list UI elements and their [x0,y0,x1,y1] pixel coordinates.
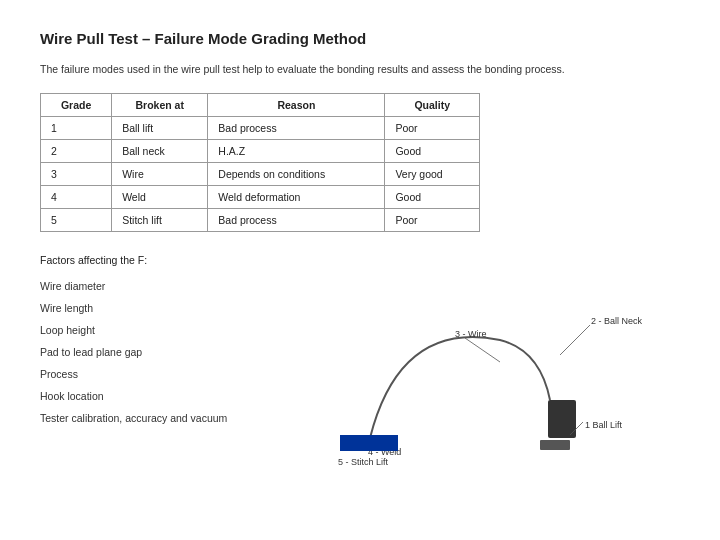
svg-text:1  Ball Lift: 1 Ball Lift [585,420,623,430]
table-cell-2-2: Depends on conditions [208,163,385,186]
factor-item-3: Pad to lead plane gap [40,346,240,358]
table-row: 5Stitch liftBad processPoor [41,209,480,232]
table-cell-0-3: Poor [385,117,480,140]
table-cell-4-0: 5 [41,209,112,232]
factor-item-5: Hook location [40,390,240,402]
content-area: Wire diameterWire lengthLoop heightPad t… [40,280,680,500]
table-cell-0-0: 1 [41,117,112,140]
factors-title: Factors affecting the F: [40,254,680,266]
intro-text: The failure modes used in the wire pull … [40,63,680,75]
svg-text:3 - Wire: 3 - Wire [455,329,487,339]
table-row: 3WireDepends on conditionsVery good [41,163,480,186]
table-cell-0-2: Bad process [208,117,385,140]
table-cell-3-2: Weld deformation [208,186,385,209]
table-cell-2-3: Very good [385,163,480,186]
page-title: Wire Pull Test – Failure Mode Grading Me… [40,30,680,47]
table-cell-1-2: H.A.Z [208,140,385,163]
table-cell-4-1: Stitch lift [112,209,208,232]
table-cell-2-0: 3 [41,163,112,186]
table-cell-1-0: 2 [41,140,112,163]
wire-diagram: 2 - Ball Neck 3 - Wire 4 - Weld 1 Ball L… [260,280,680,500]
table-cell-1-1: Ball neck [112,140,208,163]
table-cell-2-1: Wire [112,163,208,186]
table-cell-4-2: Bad process [208,209,385,232]
svg-line-4 [465,338,500,362]
svg-rect-10 [340,435,398,451]
table-cell-3-1: Weld [112,186,208,209]
col-header-2: Reason [208,94,385,117]
diagram-area: 2 - Ball Neck 3 - Wire 4 - Weld 1 Ball L… [260,280,680,500]
svg-text:5 - Stitch Lift: 5 - Stitch Lift [338,457,389,467]
svg-rect-0 [548,400,576,438]
table-cell-1-3: Good [385,140,480,163]
svg-rect-1 [540,440,570,450]
table-row: 1Ball liftBad processPoor [41,117,480,140]
factor-item-6: Tester calibration, accuracy and vacuum [40,412,240,424]
col-header-0: Grade [41,94,112,117]
table-cell-3-3: Good [385,186,480,209]
table-cell-3-0: 4 [41,186,112,209]
table-cell-4-3: Poor [385,209,480,232]
factor-item-1: Wire length [40,302,240,314]
factor-item-0: Wire diameter [40,280,240,292]
factor-item-2: Loop height [40,324,240,336]
factors-list: Wire diameterWire lengthLoop heightPad t… [40,280,240,434]
failure-mode-table: GradeBroken atReasonQuality 1Ball liftBa… [40,93,480,232]
svg-line-2 [560,325,590,355]
svg-text:2 - Ball Neck: 2 - Ball Neck [591,316,643,326]
table-cell-0-1: Ball lift [112,117,208,140]
col-header-1: Broken at [112,94,208,117]
table-row: 2Ball neckH.A.ZGood [41,140,480,163]
table-row: 4WeldWeld deformationGood [41,186,480,209]
col-header-3: Quality [385,94,480,117]
factor-item-4: Process [40,368,240,380]
